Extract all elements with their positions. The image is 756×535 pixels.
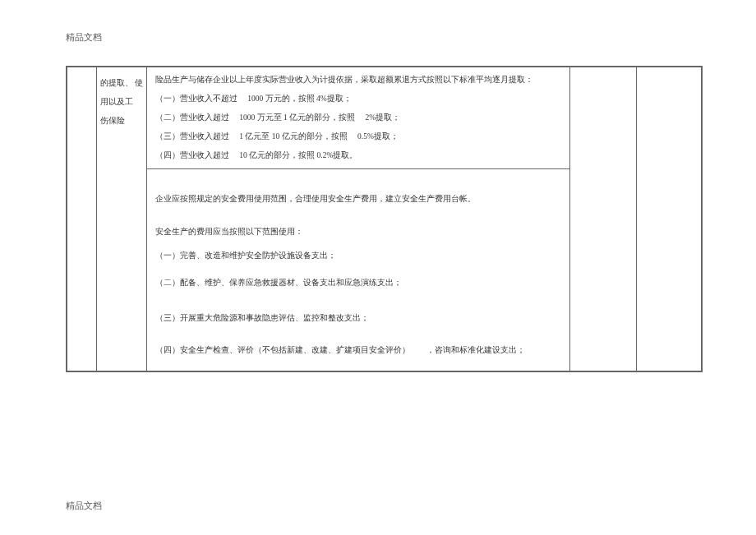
upper-item-4: （四）营业收入超过 10 亿元的部分，按照 0.2%提取。: [155, 146, 561, 165]
lower-item-1: （一）完善、改造和维护安全防护设施设备支出；: [155, 246, 561, 270]
table-col-2: 的提取、 使 用以及工 伤保险: [96, 67, 146, 371]
col2-line-1: 的提取、 使: [100, 74, 143, 93]
lower-item-2: （二）配备、维护、保养应急救援器材、设备支出和应急演练支出；: [155, 270, 561, 305]
table-col-4: [570, 67, 637, 371]
table-col-1: [67, 67, 97, 371]
table-col-5: [637, 67, 702, 371]
page-footer: 精品文档: [66, 500, 102, 512]
document-table: 的提取、 使 用以及工 伤保险 险品生产与储存企业以上年度实际营业收入为计提依据…: [66, 66, 703, 372]
lower-item-3: （三）开展重大危险源和事故隐患评估、监控和整改支出；: [155, 305, 561, 340]
upper-item-2: （二）营业收入超过 1000 万元至 1 亿元的部分，按照 2%提取；: [155, 108, 561, 127]
upper-intro: 险品生产与储存企业以上年度实际营业收入为计提依据，采取超额累退方式按照以下标准平…: [155, 71, 561, 90]
lower-p2: 安全生产的费用应当按照以下范围使用：: [155, 222, 561, 246]
page-header: 精品文档: [66, 31, 102, 44]
lower-item-4: （四）安全生产检查、评价（不包括新建、改建、扩建项目安全评价） ，咨询和标准化建…: [155, 340, 561, 364]
upper-item-3: （三）营业收入超过 1 亿元至 10 亿元的部分，按照 0.5%提取；: [155, 127, 561, 146]
lower-p1: 企业应按照规定的安全费用使用范围，合理使用安全生产费用，建立安全生产费用台帐。: [155, 186, 561, 221]
table-content-upper: 险品生产与储存企业以上年度实际营业收入为计提依据，采取超额累退方式按照以下标准平…: [146, 67, 569, 169]
col2-line-2: 用以及工: [100, 93, 143, 112]
col2-line-3: 伤保险: [100, 112, 143, 131]
table-content-lower: 企业应按照规定的安全费用使用范围，合理使用安全生产费用，建立安全生产费用台帐。 …: [146, 169, 569, 371]
upper-item-1: （一）营业收入不超过 1000 万元的，按照 4%提取；: [155, 90, 561, 108]
